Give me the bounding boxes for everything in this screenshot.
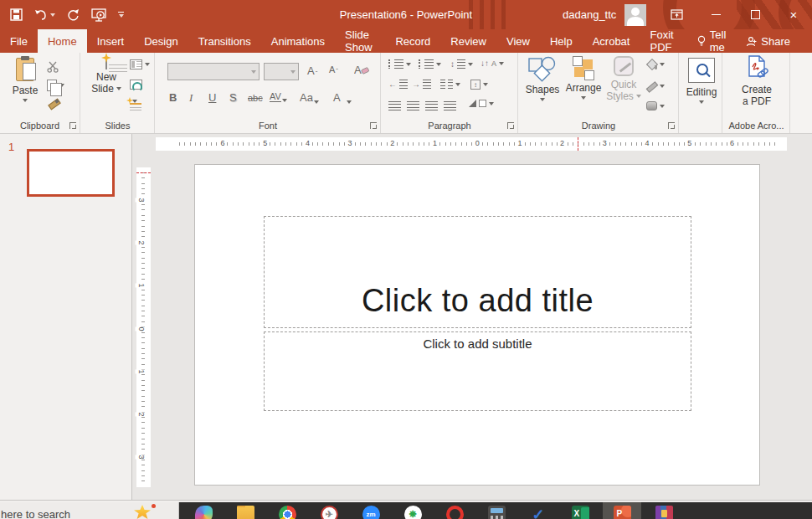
- shape-outline-button[interactable]: [646, 80, 665, 91]
- clear-formatting-button[interactable]: A: [354, 63, 369, 76]
- save-icon[interactable]: [10, 8, 23, 21]
- align-text-button[interactable]: ↕: [470, 80, 488, 90]
- redo-icon[interactable]: [67, 8, 80, 21]
- copy-button[interactable]: [47, 80, 64, 91]
- ruler-position-marker-h: [578, 137, 578, 151]
- strikethrough-button[interactable]: abc: [248, 93, 263, 103]
- numbering-button[interactable]: [419, 59, 441, 69]
- tab-animations[interactable]: Animations: [261, 29, 335, 53]
- tab-tell-me[interactable]: Tell me: [687, 29, 737, 53]
- taskbar-chrome-icon[interactable]: [268, 502, 306, 519]
- taskbar-zoom-icon[interactable]: zm: [352, 502, 390, 519]
- tab-acrobat[interactable]: Acrobat: [583, 29, 640, 53]
- align-center-button[interactable]: [407, 101, 419, 110]
- increase-indent-button[interactable]: →: [412, 80, 431, 89]
- bullets-button[interactable]: [388, 59, 411, 69]
- text-shadow-button[interactable]: S: [229, 91, 237, 104]
- layout-button[interactable]: [130, 59, 150, 69]
- slide-thumbnail-panel: 1: [0, 134, 132, 500]
- taskbar-excel-icon[interactable]: [561, 502, 599, 519]
- cut-button[interactable]: [47, 61, 59, 73]
- shrink-font-button[interactable]: Aˇ: [329, 64, 338, 75]
- slide-canvas[interactable]: Click to add title Click to add subtitle: [194, 164, 760, 486]
- taskbar-opera-icon[interactable]: [435, 502, 474, 519]
- undo-icon[interactable]: [34, 9, 55, 20]
- taskbar-ppt-icon[interactable]: [603, 502, 641, 519]
- paste-button[interactable]: Paste: [7, 58, 44, 102]
- tab-design[interactable]: Design: [134, 29, 188, 53]
- slide-thumbnail-1[interactable]: [27, 149, 115, 197]
- tab-review[interactable]: Review: [440, 29, 496, 53]
- close-button[interactable]: ×: [781, 0, 806, 29]
- shape-fill-button[interactable]: [646, 59, 665, 69]
- taskbar-copilot-icon[interactable]: [184, 502, 223, 519]
- new-slide-button[interactable]: New Slide: [86, 57, 126, 95]
- bold-button[interactable]: B: [169, 91, 177, 104]
- group-label-drawing: Drawing: [519, 121, 678, 131]
- customize-qat-icon[interactable]: [118, 12, 124, 18]
- taskbar-search-box[interactable]: here to search: [0, 502, 179, 519]
- editor-area: 1 6543210123456 3210123 Click to add tit…: [0, 134, 812, 500]
- taskbar-explorer-icon[interactable]: [226, 502, 265, 519]
- font-size-combobox[interactable]: [264, 63, 299, 80]
- convert-smartart-button[interactable]: [469, 100, 494, 107]
- drawing-dialog-launcher[interactable]: [668, 122, 675, 129]
- line-spacing-button[interactable]: ↕: [450, 59, 473, 69]
- ribbon-display-options-button[interactable]: [664, 0, 689, 29]
- font-name-combobox[interactable]: [167, 63, 260, 80]
- ribbon-tabs: File Home Insert Design Transitions Anim…: [0, 29, 812, 53]
- grow-font-button[interactable]: Aˆ: [307, 64, 317, 77]
- editing-button[interactable]: Editing: [686, 58, 717, 104]
- title-placeholder[interactable]: Click to add title: [264, 216, 691, 328]
- taskbar-calc-icon[interactable]: [477, 502, 516, 519]
- create-pdf-button[interactable]: Create a PDF: [737, 55, 777, 107]
- share-button[interactable]: Share: [736, 29, 800, 53]
- tab-file[interactable]: File: [0, 29, 38, 53]
- tab-help[interactable]: Help: [540, 29, 583, 53]
- taskbar-winrar-icon[interactable]: [645, 502, 683, 519]
- underline-button[interactable]: U: [208, 91, 216, 104]
- align-left-button[interactable]: [388, 101, 401, 110]
- align-right-button[interactable]: [425, 101, 438, 110]
- reset-button[interactable]: [130, 80, 142, 90]
- tab-home[interactable]: Home: [38, 29, 87, 53]
- subtitle-placeholder[interactable]: Click to add subtitle: [264, 331, 691, 411]
- font-color-button[interactable]: A: [333, 91, 352, 104]
- taskbar-green-icon[interactable]: ❋: [393, 502, 432, 519]
- decrease-indent-button[interactable]: ←: [388, 80, 408, 89]
- avatar[interactable]: [624, 4, 646, 26]
- character-spacing-button[interactable]: AV: [270, 91, 287, 102]
- section-button[interactable]: [130, 100, 137, 103]
- clipboard-dialog-launcher[interactable]: [69, 122, 76, 129]
- columns-button[interactable]: [440, 80, 460, 89]
- font-dialog-launcher[interactable]: [370, 122, 377, 129]
- tab-view[interactable]: View: [496, 29, 540, 53]
- v-ruler-label: 2: [136, 241, 147, 245]
- taskbar-todo-icon[interactable]: ✓: [519, 502, 558, 519]
- tab-insert[interactable]: Insert: [87, 29, 135, 53]
- tab-transitions[interactable]: Transitions: [188, 29, 261, 53]
- user-account[interactable]: dadang_ttc: [563, 0, 646, 29]
- taskbar-media-icon[interactable]: ✈: [310, 502, 348, 519]
- paragraph-dialog-launcher[interactable]: [507, 122, 514, 129]
- tab-foxit-pdf[interactable]: Foxit PDF: [640, 29, 686, 53]
- justify-button[interactable]: [444, 101, 456, 110]
- start-slideshow-icon[interactable]: [91, 8, 106, 22]
- undo-dropdown-icon[interactable]: [50, 13, 55, 17]
- text-direction-button[interactable]: ↓↑A: [481, 59, 504, 68]
- v-ruler-label: 1: [136, 369, 147, 373]
- maximize-button[interactable]: [743, 0, 768, 29]
- v-ruler-label: 2: [136, 412, 147, 416]
- taskbar-icons: ✈zm❋✓: [184, 502, 812, 519]
- arrange-button[interactable]: Arrange: [563, 56, 604, 100]
- change-case-button[interactable]: Aa: [300, 91, 319, 104]
- italic-button[interactable]: I: [189, 91, 193, 105]
- tab-record[interactable]: Record: [385, 29, 440, 53]
- minimize-button[interactable]: [703, 0, 728, 29]
- group-adobe-acrobat: Create a PDF Adobe Acro...: [723, 53, 790, 133]
- tab-slideshow[interactable]: Slide Show: [335, 29, 385, 53]
- quick-styles-button[interactable]: Quick Styles: [604, 56, 643, 102]
- format-painter-button[interactable]: [48, 100, 59, 110]
- shapes-button[interactable]: Shapes: [522, 56, 563, 101]
- shape-effects-button[interactable]: [646, 101, 665, 110]
